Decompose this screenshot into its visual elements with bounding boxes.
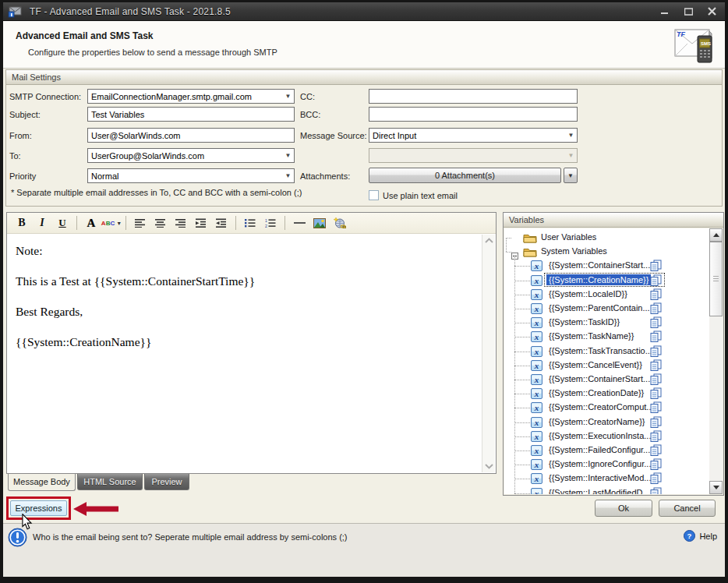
variable-label[interactable]: {{System::TaskTransactio... <box>546 345 655 356</box>
smtp-connection-combo[interactable]: EmailConnectionManager.smtp.gmail.com ▼ <box>87 89 295 104</box>
variable-label[interactable]: {{System::ExecutionInsta... <box>546 430 653 441</box>
maximize-button[interactable] <box>683 7 694 16</box>
chevron-down-icon[interactable]: ▼ <box>282 152 294 159</box>
italic-button[interactable]: I <box>32 214 52 231</box>
copy-icon[interactable] <box>649 430 663 445</box>
subject-input[interactable] <box>87 107 295 122</box>
outdent-button[interactable] <box>211 214 231 231</box>
variable-label[interactable]: {{System::FailedConfigur... <box>546 444 652 455</box>
chevron-down-icon[interactable]: ▼ <box>282 93 294 100</box>
copy-icon[interactable] <box>649 345 663 360</box>
variable-label[interactable]: {{System::LocaleID}} <box>546 288 630 299</box>
variable-label[interactable]: {{System::ContainerStart... <box>546 260 652 270</box>
variable-icon[interactable]: x <box>531 488 542 494</box>
copy-icon[interactable] <box>649 401 663 416</box>
copy-icon[interactable] <box>649 387 663 402</box>
scroll-up-button[interactable] <box>709 228 723 242</box>
underline-button[interactable]: U <box>52 214 72 231</box>
copy-icon[interactable] <box>649 444 663 459</box>
bcc-input[interactable] <box>369 107 578 122</box>
scroll-up-icon[interactable] <box>485 238 493 244</box>
tree-folder-user-variables[interactable]: User Variables <box>504 231 698 245</box>
plain-text-checkbox-row[interactable]: Use plain text email <box>369 190 458 200</box>
bold-button[interactable]: B <box>12 214 32 231</box>
variable-item[interactable]: x{{System::IgnoreConfigur... <box>504 458 698 472</box>
variable-label[interactable]: {{System::LastModifiedD... <box>546 487 652 494</box>
scroll-down-icon[interactable] <box>485 463 493 469</box>
variable-label[interactable]: {{System::CreationDate}} <box>546 387 646 398</box>
cc-input[interactable] <box>369 89 578 104</box>
copy-icon[interactable] <box>649 487 663 494</box>
priority-combo[interactable]: Normal ▼ <box>87 168 295 183</box>
font-color-button[interactable]: ABC▼ <box>101 214 122 231</box>
align-right-button[interactable] <box>171 214 191 231</box>
close-button[interactable] <box>706 7 717 16</box>
variable-label[interactable]: {{System::InteractiveMod... <box>546 472 653 483</box>
variable-label[interactable]: {{System::ContainerStart... <box>546 373 652 384</box>
message-text[interactable]: Note:This is a Test at {{System::Contain… <box>16 244 472 366</box>
copy-icon[interactable] <box>649 316 663 331</box>
bullet-list-button[interactable] <box>240 214 260 231</box>
variable-label[interactable]: {{System::CreatorName}} <box>546 416 648 427</box>
variable-item[interactable]: x{{System::CancelEvent}} <box>504 359 698 373</box>
variable-item[interactable]: x{{System::ParentContain... <box>504 302 698 316</box>
variable-label[interactable]: {{System::IgnoreConfigur... <box>546 458 653 469</box>
scrollbar-thumb[interactable] <box>709 242 723 316</box>
editor-scrollbar[interactable] <box>482 235 495 472</box>
chevron-down-icon[interactable]: ▼ <box>565 132 577 139</box>
titlebar[interactable]: TF - Advanced Email and SMS Task - 2021.… <box>3 2 725 21</box>
copy-icon[interactable] <box>649 359 663 374</box>
variable-label[interactable]: {{System::ParentContain... <box>546 302 652 313</box>
variable-item[interactable]: x{{System::CreatorName}} <box>504 415 698 429</box>
attachments-dropdown-button[interactable]: ▼ <box>564 168 578 183</box>
variables-scrollbar[interactable] <box>709 228 723 494</box>
cancel-button[interactable]: Cancel <box>659 500 716 517</box>
scroll-down-button[interactable] <box>709 481 723 494</box>
attachments-button[interactable]: 0 Attachment(s) <box>369 168 561 183</box>
from-input[interactable] <box>87 128 295 143</box>
variable-item[interactable]: x{{System::LastModifiedD... <box>504 486 698 494</box>
copy-icon[interactable] <box>649 288 663 303</box>
to-combo[interactable]: UserGroup@SolarWinds.com ▼ <box>87 148 295 163</box>
help-link[interactable]: ? Help <box>684 530 717 542</box>
variable-item[interactable]: x{{System::ContainerStart... <box>504 259 698 273</box>
variable-item[interactable]: x{{System::TaskID}} <box>504 316 698 330</box>
insert-link-button[interactable] <box>330 214 350 231</box>
insert-image-button[interactable] <box>309 214 330 231</box>
tab-preview[interactable]: Preview <box>144 474 189 490</box>
numbered-list-button[interactable]: 12 <box>260 214 281 231</box>
variable-item[interactable]: x{{System::ContainerStart... <box>504 373 698 387</box>
minimize-button[interactable] <box>659 7 670 16</box>
tree-folder-system-variables[interactable]: System Variables <box>504 245 698 259</box>
variable-item[interactable]: x{{System::LocaleID}} <box>504 288 698 302</box>
variable-item[interactable]: x{{System::FailedConfigur... <box>504 443 698 458</box>
align-left-button[interactable] <box>130 214 150 231</box>
variable-item[interactable]: x{{System::TaskTransactio... <box>504 344 698 359</box>
plain-text-checkbox[interactable] <box>369 190 379 200</box>
copy-icon[interactable] <box>649 472 663 487</box>
copy-icon[interactable] <box>649 458 663 473</box>
variable-label[interactable]: {{System::TaskName}} <box>546 330 636 341</box>
copy-icon[interactable] <box>649 330 663 345</box>
font-button[interactable]: A <box>81 214 101 231</box>
variable-item[interactable]: x{{System::ExecutionInsta... <box>504 429 698 443</box>
copy-icon[interactable] <box>649 416 663 431</box>
chevron-down-icon[interactable]: ▼ <box>282 172 294 179</box>
message-body-area[interactable]: Note:This is a Test at {{System::Contain… <box>8 235 495 472</box>
horizontal-rule-button[interactable] <box>289 214 309 231</box>
tab-message-body[interactable]: Message Body <box>8 474 76 491</box>
copy-icon[interactable] <box>649 373 663 388</box>
variable-item[interactable]: x{{System::InteractiveMod... <box>504 472 698 486</box>
variable-item[interactable]: x{{System::CreationDate}} <box>504 387 698 401</box>
variable-label[interactable]: {{System::TaskID}} <box>546 316 622 327</box>
tab-html-source[interactable]: HTML Source <box>77 474 143 490</box>
variable-item[interactable]: x{{System::TaskName}} <box>504 330 698 344</box>
indent-button[interactable] <box>191 214 211 231</box>
align-center-button[interactable] <box>150 214 171 231</box>
variable-label[interactable]: {{System::CreatorComput... <box>546 401 656 412</box>
variable-item[interactable]: x{{System::CreatorComput... <box>504 401 698 415</box>
copy-icon[interactable] <box>649 302 663 317</box>
message-source-combo[interactable]: Direct Input ▼ <box>369 128 578 143</box>
variable-label[interactable]: {{System::CancelEvent}} <box>546 359 645 370</box>
variables-tree[interactable]: User VariablesSystem Variablesx{{System:… <box>504 228 723 494</box>
